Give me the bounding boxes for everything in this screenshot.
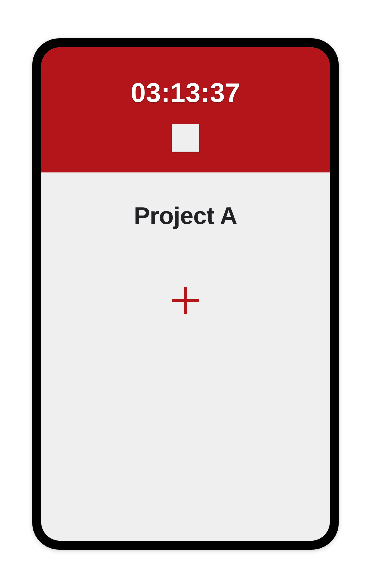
project-title[interactable]: Project A — [134, 202, 237, 230]
device-frame: 03:13:37 Project A — [32, 38, 339, 550]
elapsed-time: 03:13:37 — [131, 77, 240, 108]
app-screen: 03:13:37 Project A — [41, 47, 330, 541]
stop-button[interactable] — [172, 124, 199, 152]
timer-panel: 03:13:37 — [41, 47, 330, 172]
add-button[interactable] — [171, 286, 200, 315]
content-panel: Project A — [41, 172, 330, 541]
plus-icon — [184, 287, 187, 314]
